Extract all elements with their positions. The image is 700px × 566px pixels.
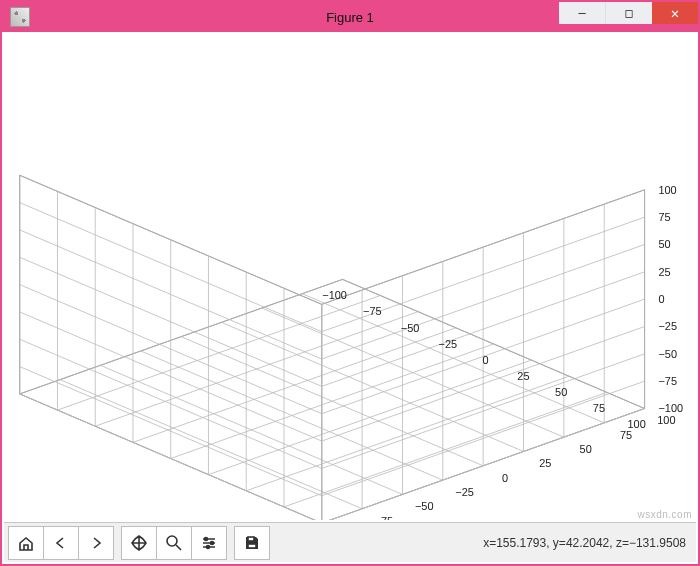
svg-rect-32: [248, 544, 256, 548]
home-icon: [17, 534, 35, 552]
configure-button[interactable]: [191, 526, 227, 560]
svg-text:−75: −75: [375, 515, 394, 520]
svg-text:50: 50: [580, 443, 592, 455]
svg-text:75: 75: [620, 429, 632, 441]
svg-text:25: 25: [658, 266, 670, 278]
maximize-button[interactable]: □: [605, 2, 652, 24]
zoom-button[interactable]: [156, 526, 192, 560]
cursor-coordinates: x=155.1793, y=42.2042, z=−131.9508: [483, 536, 692, 550]
svg-text:−75: −75: [658, 375, 677, 387]
home-button[interactable]: [8, 526, 44, 560]
svg-text:−50: −50: [415, 500, 434, 512]
axes-3d[interactable]: −100−75−50−250255075100−100−75−50−250255…: [4, 34, 696, 520]
svg-point-29: [211, 541, 214, 544]
svg-text:−25: −25: [439, 338, 458, 350]
svg-text:−75: −75: [363, 305, 382, 317]
svg-text:−50: −50: [401, 322, 420, 334]
svg-point-28: [205, 537, 208, 540]
svg-text:−25: −25: [455, 486, 474, 498]
zoom-icon: [165, 534, 183, 552]
figure-window: Figure 1 — □ ✕ −100−75−50−250255075100−1…: [0, 0, 700, 566]
save-icon: [243, 534, 261, 552]
move-icon: [130, 534, 148, 552]
svg-point-27: [167, 536, 177, 546]
titlebar[interactable]: Figure 1 — □ ✕: [2, 2, 698, 32]
svg-rect-31: [248, 537, 254, 541]
svg-text:−100: −100: [658, 402, 683, 414]
svg-text:50: 50: [555, 386, 567, 398]
svg-text:100: 100: [657, 414, 675, 426]
svg-text:50: 50: [658, 238, 670, 250]
forward-button[interactable]: [78, 526, 114, 560]
config-icon: [200, 534, 218, 552]
plot-canvas[interactable]: −100−75−50−250255075100−100−75−50−250255…: [4, 34, 696, 520]
save-button[interactable]: [234, 526, 270, 560]
svg-text:0: 0: [502, 472, 508, 484]
svg-text:0: 0: [658, 293, 664, 305]
svg-text:75: 75: [658, 211, 670, 223]
svg-text:75: 75: [593, 402, 605, 414]
pan-button[interactable]: [121, 526, 157, 560]
close-button[interactable]: ✕: [652, 2, 698, 24]
svg-text:−25: −25: [658, 320, 677, 332]
svg-text:−50: −50: [658, 348, 677, 360]
window-controls: — □ ✕: [559, 2, 698, 24]
svg-text:−100: −100: [322, 289, 347, 301]
svg-text:100: 100: [658, 184, 676, 196]
back-icon: [52, 534, 70, 552]
minimize-button[interactable]: —: [559, 2, 605, 24]
svg-text:0: 0: [483, 354, 489, 366]
forward-icon: [87, 534, 105, 552]
back-button[interactable]: [43, 526, 79, 560]
svg-point-30: [207, 545, 210, 548]
navigation-toolbar: x=155.1793, y=42.2042, z=−131.9508: [4, 522, 696, 562]
svg-text:25: 25: [539, 457, 551, 469]
svg-text:25: 25: [517, 370, 529, 382]
watermark: wsxdn.com: [637, 509, 692, 520]
